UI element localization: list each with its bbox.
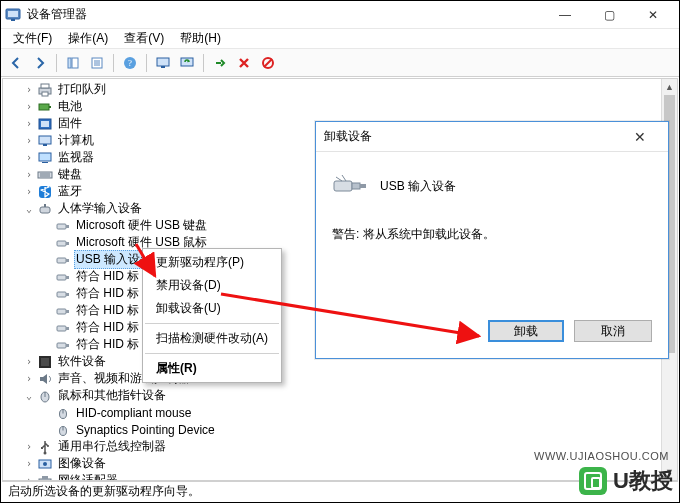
- arrow-left-icon: [9, 56, 23, 70]
- tree-item[interactable]: ›电池: [3, 98, 677, 115]
- toolbar-help-button[interactable]: ?: [119, 52, 141, 74]
- dialog-cancel-button[interactable]: 取消: [574, 320, 652, 342]
- svg-line-70: [342, 175, 346, 181]
- svg-rect-4: [72, 58, 78, 68]
- svg-rect-1: [8, 11, 18, 17]
- toolbar-back-button[interactable]: [5, 52, 27, 74]
- dialog-cancel-label: 取消: [601, 323, 625, 340]
- tree-item[interactable]: ›声音、视频和游戏控制器: [3, 370, 677, 387]
- tree-item[interactable]: ›网络适配器: [3, 472, 677, 480]
- svg-rect-12: [161, 66, 165, 68]
- context-uninstall-device[interactable]: 卸载设备(U): [144, 297, 280, 320]
- svg-point-57: [44, 451, 47, 454]
- firmware-icon: [37, 116, 53, 132]
- svg-rect-19: [39, 104, 49, 110]
- expand-toggle[interactable]: ⌄: [23, 203, 35, 214]
- dialog-uninstall-button[interactable]: 卸载: [488, 320, 564, 342]
- audio-icon: [37, 371, 53, 387]
- svg-rect-18: [42, 92, 48, 96]
- disable-arrow-icon: [261, 56, 275, 70]
- toolbar-disable-button[interactable]: [257, 52, 279, 74]
- tree-item-label: 符合 HID 标: [74, 302, 141, 319]
- maximize-button[interactable]: ▢: [587, 1, 631, 29]
- hid-dev-icon: [55, 303, 71, 319]
- expand-toggle[interactable]: ›: [23, 135, 35, 146]
- menu-view[interactable]: 查看(V): [118, 28, 170, 49]
- expand-toggle[interactable]: ›: [23, 458, 35, 469]
- svg-rect-3: [68, 58, 71, 68]
- expand-toggle[interactable]: ›: [23, 152, 35, 163]
- svg-line-69: [336, 177, 342, 181]
- svg-rect-48: [66, 344, 69, 347]
- context-update-driver[interactable]: 更新驱动程序(P): [144, 251, 280, 274]
- svg-text:?: ?: [128, 58, 132, 68]
- dialog-close-button[interactable]: ✕: [620, 123, 660, 151]
- monitor-refresh-icon: [180, 56, 194, 70]
- context-scan-hardware[interactable]: 扫描检测硬件改动(A): [144, 327, 280, 350]
- expand-toggle[interactable]: ›: [23, 475, 35, 480]
- mouse-icon: [37, 388, 53, 404]
- toolbar-update-driver-button[interactable]: [176, 52, 198, 74]
- menu-action[interactable]: 操作(A): [62, 28, 114, 49]
- tree-item-label: Microsoft 硬件 USB 键盘: [74, 217, 209, 234]
- context-disable-device[interactable]: 禁用设备(D): [144, 274, 280, 297]
- expand-toggle[interactable]: ⌄: [23, 390, 35, 401]
- minimize-button[interactable]: —: [543, 1, 587, 29]
- red-x-icon: [237, 56, 251, 70]
- svg-rect-35: [57, 241, 66, 246]
- expand-toggle[interactable]: ›: [23, 356, 35, 367]
- mouse-dev-icon: [55, 422, 71, 438]
- keyboard-icon: [37, 167, 53, 183]
- svg-rect-43: [57, 309, 66, 314]
- toolbar-show-hidden-button[interactable]: [62, 52, 84, 74]
- toolbar-scan-button[interactable]: [152, 52, 174, 74]
- toolbar-forward-button[interactable]: [29, 52, 51, 74]
- svg-rect-46: [66, 327, 69, 330]
- watermark: U教授: [579, 466, 673, 496]
- tree-item-label: 监视器: [56, 149, 96, 166]
- network-icon: [37, 473, 53, 481]
- tree-item[interactable]: ›打印队列: [3, 81, 677, 98]
- battery-icon: [37, 99, 53, 115]
- svg-rect-26: [42, 162, 48, 163]
- dialog-uninstall-label: 卸载: [514, 323, 538, 340]
- toolbar-properties-button[interactable]: [86, 52, 108, 74]
- menu-help[interactable]: 帮助(H): [174, 28, 227, 49]
- svg-rect-37: [57, 258, 66, 263]
- expand-toggle[interactable]: ›: [23, 373, 35, 384]
- scroll-up-button[interactable]: ▲: [662, 79, 677, 95]
- hid-dev-icon: [55, 252, 71, 268]
- tree-item-label: 人体学输入设备: [56, 200, 144, 217]
- toolbar-uninstall-button[interactable]: [233, 52, 255, 74]
- expand-toggle[interactable]: ›: [23, 186, 35, 197]
- svg-rect-40: [66, 276, 69, 279]
- svg-rect-20: [49, 106, 51, 108]
- maximize-icon: ▢: [604, 8, 615, 22]
- dialog-device-name: USB 输入设备: [380, 178, 456, 195]
- tree-item[interactable]: Synaptics Pointing Device: [3, 421, 677, 438]
- expand-toggle[interactable]: ›: [23, 441, 35, 452]
- tree-item[interactable]: HID-compliant mouse: [3, 404, 677, 421]
- usb-device-icon: [332, 171, 368, 201]
- close-button[interactable]: ✕: [631, 1, 675, 29]
- svg-rect-27: [38, 172, 52, 178]
- svg-rect-67: [352, 183, 360, 189]
- hid-dev-icon: [55, 337, 71, 353]
- svg-rect-36: [66, 242, 69, 245]
- svg-rect-44: [66, 310, 69, 313]
- tree-item-label: HID-compliant mouse: [74, 406, 193, 420]
- close-icon: ✕: [634, 129, 646, 145]
- watermark-url: WWW.UJIAOSHOU.COM: [534, 450, 669, 462]
- tree-item-label: 符合 HID 标: [74, 268, 141, 285]
- svg-rect-23: [39, 136, 51, 144]
- expand-toggle[interactable]: ›: [23, 101, 35, 112]
- tree-item[interactable]: ⌄鼠标和其他指针设备: [3, 387, 677, 404]
- tree-item-label: 打印队列: [56, 81, 108, 98]
- tree-item-label: 键盘: [56, 166, 84, 183]
- toolbar-enable-button[interactable]: [209, 52, 231, 74]
- context-properties[interactable]: 属性(R): [144, 357, 280, 380]
- expand-toggle[interactable]: ›: [23, 169, 35, 180]
- expand-toggle[interactable]: ›: [23, 118, 35, 129]
- expand-toggle[interactable]: ›: [23, 84, 35, 95]
- menu-file[interactable]: 文件(F): [7, 28, 58, 49]
